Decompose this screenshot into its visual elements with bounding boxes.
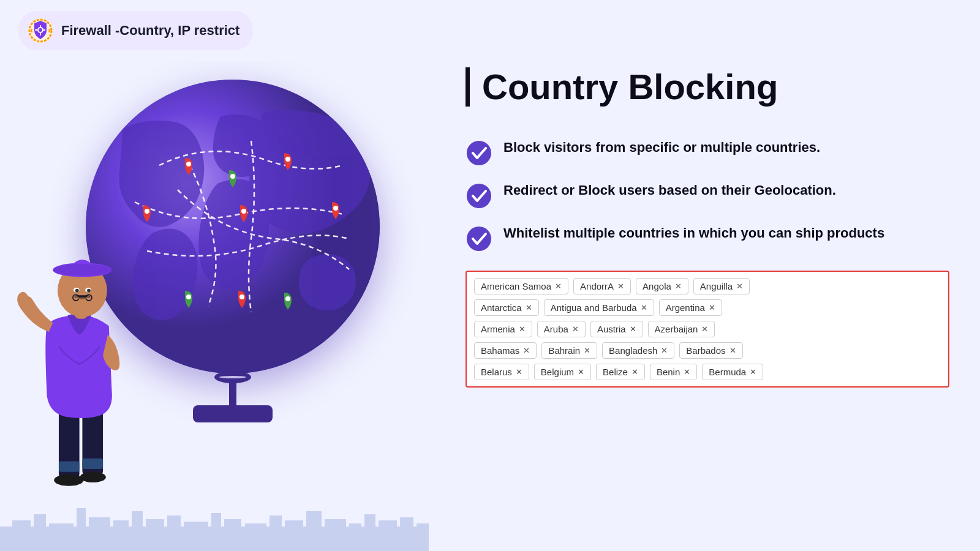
svg-rect-16 bbox=[146, 519, 164, 545]
feature-text-3: Whitelist multiple countries in which yo… bbox=[503, 224, 884, 242]
country-label: Barbados bbox=[686, 345, 725, 356]
country-tag-0-2[interactable]: Angola ✕ bbox=[636, 278, 688, 294]
country-label: Austria bbox=[597, 324, 626, 334]
svg-rect-25 bbox=[325, 519, 346, 545]
globe-stand bbox=[193, 371, 273, 422]
remove-country-icon[interactable]: ✕ bbox=[661, 346, 668, 355]
svg-point-36 bbox=[241, 209, 246, 214]
check-icon-2 bbox=[466, 182, 492, 209]
remove-country-icon[interactable]: ✕ bbox=[675, 282, 682, 291]
title-section: Country Blocking bbox=[466, 67, 949, 124]
remove-country-icon[interactable]: ✕ bbox=[526, 303, 532, 312]
svg-rect-15 bbox=[132, 511, 143, 545]
svg-point-51 bbox=[53, 264, 111, 276]
remove-country-icon[interactable]: ✕ bbox=[631, 367, 638, 377]
remove-country-icon[interactable]: ✕ bbox=[578, 367, 584, 377]
remove-country-icon[interactable]: ✕ bbox=[709, 303, 715, 312]
country-row-2: Armenia ✕Aruba ✕Austria ✕Azerbaijan ✕ bbox=[474, 321, 941, 337]
country-tag-3-0[interactable]: Bahamas ✕ bbox=[474, 342, 537, 359]
country-tag-2-3[interactable]: Azerbaijan ✕ bbox=[648, 321, 715, 337]
remove-country-icon[interactable]: ✕ bbox=[519, 324, 526, 334]
country-tag-1-0[interactable]: Antarctica ✕ bbox=[474, 299, 539, 316]
remove-country-icon[interactable]: ✕ bbox=[555, 282, 562, 291]
svg-rect-9 bbox=[12, 520, 31, 539]
country-label: Belarus bbox=[481, 367, 512, 377]
country-row-3: Bahamas ✕Bahrain ✕Bangladesh ✕Barbados ✕ bbox=[474, 342, 941, 359]
remove-country-icon[interactable]: ✕ bbox=[617, 282, 624, 291]
svg-point-61 bbox=[467, 141, 491, 165]
svg-rect-29 bbox=[400, 517, 413, 545]
country-tag-2-2[interactable]: Austria ✕ bbox=[590, 321, 643, 337]
country-tag-0-1[interactable]: AndorrA ✕ bbox=[573, 278, 631, 294]
country-label: Bermuda bbox=[709, 367, 746, 377]
remove-country-icon[interactable]: ✕ bbox=[572, 324, 579, 334]
svg-rect-4 bbox=[40, 25, 41, 28]
country-label: Argentina bbox=[666, 302, 705, 313]
remove-country-icon[interactable]: ✕ bbox=[701, 324, 708, 334]
feature-list: Block visitors from specific or multiple… bbox=[466, 138, 949, 252]
svg-rect-30 bbox=[417, 523, 429, 545]
remove-country-icon[interactable]: ✕ bbox=[641, 303, 647, 312]
country-label: Armenia bbox=[481, 324, 515, 334]
remove-country-icon[interactable]: ✕ bbox=[729, 346, 736, 355]
svg-point-39 bbox=[230, 174, 235, 179]
country-tag-1-2[interactable]: Argentina ✕ bbox=[659, 299, 722, 316]
page-title: Country Blocking bbox=[466, 67, 778, 107]
svg-rect-21 bbox=[245, 523, 266, 545]
country-label: Bahrain bbox=[548, 345, 580, 356]
svg-rect-24 bbox=[306, 511, 322, 545]
remove-country-icon[interactable]: ✕ bbox=[516, 367, 522, 377]
svg-rect-23 bbox=[285, 520, 303, 545]
country-tag-4-1[interactable]: Belgium ✕ bbox=[534, 364, 591, 380]
right-panel: Country Blocking Block visitors from spe… bbox=[429, 61, 980, 551]
remove-country-icon[interactable]: ✕ bbox=[630, 324, 636, 334]
remove-country-icon[interactable]: ✕ bbox=[736, 282, 743, 291]
svg-rect-17 bbox=[167, 515, 181, 545]
country-tag-4-0[interactable]: Belarus ✕ bbox=[474, 364, 529, 380]
country-tag-4-4[interactable]: Bermuda ✕ bbox=[702, 364, 763, 380]
remove-country-icon[interactable]: ✕ bbox=[750, 367, 756, 377]
country-row-1: Antarctica ✕Antigua and Barbuda ✕Argenti… bbox=[474, 299, 941, 316]
svg-rect-27 bbox=[364, 514, 375, 545]
country-label: Belize bbox=[603, 367, 628, 377]
svg-point-37 bbox=[333, 206, 338, 211]
countries-box: American Samoa ✕AndorrA ✕Angola ✕Anguill… bbox=[466, 271, 949, 388]
svg-point-40 bbox=[186, 294, 191, 299]
svg-point-38 bbox=[239, 294, 244, 299]
country-tag-2-0[interactable]: Armenia ✕ bbox=[474, 321, 532, 337]
country-label: Belgium bbox=[541, 367, 574, 377]
svg-rect-10 bbox=[34, 514, 46, 545]
country-label: AndorrA bbox=[580, 281, 614, 291]
check-icon-1 bbox=[466, 140, 492, 167]
header-badge: Firewall -Country, IP restrict bbox=[18, 11, 253, 50]
country-row-0: American Samoa ✕AndorrA ✕Angola ✕Anguill… bbox=[474, 278, 941, 294]
remove-country-icon[interactable]: ✕ bbox=[584, 346, 590, 355]
country-tag-4-3[interactable]: Benin ✕ bbox=[650, 364, 697, 380]
country-tag-0-0[interactable]: American Samoa ✕ bbox=[474, 278, 568, 294]
svg-rect-20 bbox=[224, 519, 241, 545]
country-tag-3-2[interactable]: Bangladesh ✕ bbox=[602, 342, 674, 359]
svg-rect-6 bbox=[35, 29, 37, 31]
main-content: Country Blocking Block visitors from spe… bbox=[0, 61, 980, 551]
feature-item-2: Redirect or Block users based on their G… bbox=[466, 181, 949, 209]
svg-point-62 bbox=[467, 184, 491, 208]
svg-point-60 bbox=[87, 289, 91, 293]
remove-country-icon[interactable]: ✕ bbox=[684, 367, 690, 377]
country-label: Anguilla bbox=[700, 281, 733, 291]
feature-item-3: Whitelist multiple countries in which yo… bbox=[466, 224, 949, 252]
country-label: Aruba bbox=[544, 324, 568, 334]
country-tag-1-1[interactable]: Antigua and Barbuda ✕ bbox=[544, 299, 654, 316]
country-tag-3-1[interactable]: Bahrain ✕ bbox=[541, 342, 597, 359]
svg-point-3 bbox=[39, 28, 42, 32]
left-panel bbox=[0, 61, 429, 551]
remove-country-icon[interactable]: ✕ bbox=[523, 346, 530, 355]
feature-text-2: Redirect or Block users based on their G… bbox=[503, 181, 836, 200]
country-tag-0-3[interactable]: Anguilla ✕ bbox=[693, 278, 750, 294]
svg-rect-28 bbox=[379, 520, 397, 545]
country-tag-4-2[interactable]: Belize ✕ bbox=[596, 364, 645, 380]
country-tag-2-1[interactable]: Aruba ✕ bbox=[537, 321, 586, 337]
country-tag-3-3[interactable]: Barbados ✕ bbox=[679, 342, 742, 359]
country-label: Angola bbox=[643, 281, 671, 291]
svg-point-34 bbox=[285, 157, 290, 162]
country-label: Antigua and Barbuda bbox=[551, 302, 637, 313]
